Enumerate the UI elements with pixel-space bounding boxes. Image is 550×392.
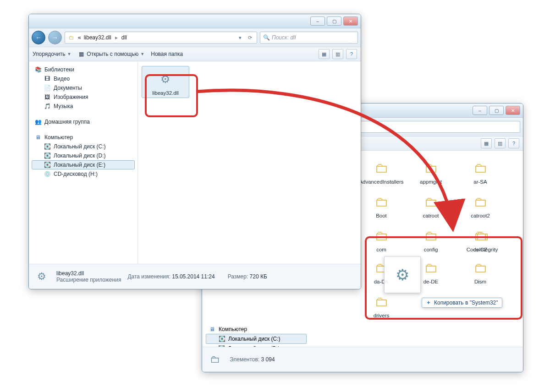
navigation-pane: 📚 Библиотеки 🎞Видео 📄Документы 🖼Изображе… [29, 61, 138, 264]
details-size-label: Размер: [228, 273, 248, 280]
count-label: Элементов: [230, 356, 259, 363]
dll-icon: ⚙︎ [33, 268, 50, 285]
status-bar: 🗀 Элементов: 3 094 [202, 347, 523, 372]
sidebar-homegroup[interactable]: 👥 Домашняя группа [32, 117, 135, 126]
folder-label: drivers [374, 313, 390, 318]
close-button[interactable]: ✕ [343, 16, 358, 26]
folder-label: appmgmt [420, 179, 442, 185]
refresh-icon[interactable]: ⟳ [246, 35, 254, 41]
folder-item[interactable]: 🗀com [358, 223, 405, 254]
folder-icon: 🗀 [207, 351, 223, 368]
search-placeholder: Поиск: dll [272, 34, 296, 41]
folder-icon: 🗀 [420, 191, 442, 213]
sidebar-item-label: Видео [54, 76, 70, 82]
folder-item[interactable]: 🗀AdvancedInstallers [358, 155, 405, 186]
help-button[interactable]: ? [346, 49, 357, 59]
minimize-button[interactable]: – [473, 106, 487, 115]
folder-icon: 🗀 [370, 191, 392, 213]
nav-forward-button[interactable]: → [48, 31, 62, 44]
open-with-button[interactable]: ▦ Открыть с помощью ▼ [77, 50, 144, 58]
preview-pane-button[interactable]: ▥ [495, 138, 506, 148]
sidebar-computer[interactable]: Компьютер [219, 326, 247, 332]
folder-item[interactable]: 🗀config [407, 223, 454, 254]
video-icon: 🎞 [44, 75, 51, 82]
dll-icon: ⚙︎ [154, 68, 176, 90]
folder-view[interactable]: ⚙︎ libeay32.dll [138, 61, 361, 264]
sidebar-item-disk-e[interactable]: 💽Локальный диск (E:) [32, 160, 135, 169]
sidebar-item-disk-d[interactable]: Локальный диск (D:) [228, 345, 280, 347]
drive-icon: 💽 [44, 152, 51, 159]
plus-icon: + [426, 300, 431, 305]
sidebar-item-label: Музыка [54, 103, 73, 109]
minimize-button[interactable]: – [310, 16, 325, 26]
folder-icon: 🗀 [420, 257, 442, 279]
sidebar-item-label: Компьютер [44, 134, 73, 141]
sidebar-item-video[interactable]: 🎞Видео [32, 74, 135, 83]
folder-item[interactable]: 🗀CodeIntegrity [459, 223, 506, 254]
organize-button[interactable]: Упорядочить ▼ [33, 51, 71, 57]
drive-icon: 💽 [218, 335, 226, 343]
chevron-down-icon[interactable]: ▾ [237, 35, 243, 41]
count-value: 3 094 [261, 356, 275, 363]
search-input[interactable]: 🔍 Поиск: dll [260, 32, 358, 44]
file-item-dll[interactable]: ⚙︎ libeay32.dll [142, 66, 189, 98]
folder-label: AdvancedInstallers [359, 179, 403, 185]
view-thumbnails-button[interactable]: ▦ [481, 138, 492, 148]
nav-back-button[interactable]: ← [32, 31, 45, 44]
music-icon: 🎵 [44, 103, 51, 110]
folder-label: de-DE [424, 279, 439, 284]
folder-label: Boot [376, 213, 387, 218]
breadcrumb-seg[interactable]: dll [121, 34, 127, 41]
folder-item[interactable]: 🗀drivers [358, 289, 405, 320]
maximize-button[interactable]: ▢ [489, 106, 504, 115]
folder-icon: 🗀 [68, 34, 75, 41]
sidebar-item-label: Локальный диск (E:) [54, 162, 105, 168]
folder-item[interactable]: 🗀ar-SA [457, 155, 504, 186]
folder-icon: 🗀 [420, 225, 442, 247]
maximize-button[interactable]: ▢ [327, 16, 341, 26]
drag-ghost: ⚙︎ [384, 256, 421, 293]
sidebar-item-pictures[interactable]: 🖼Изображения [32, 93, 135, 102]
folder-item[interactable]: 🗀appmgmt [407, 155, 454, 186]
breadcrumb-seg[interactable]: libeay32.dll [84, 34, 111, 41]
folder-item[interactable]: 🗀catroot2 [457, 189, 504, 220]
details-filename: libeay32.dll [56, 270, 121, 277]
details-date-value: 15.05.2014 11:24 [172, 273, 214, 280]
details-size-value: 720 КБ [250, 273, 267, 280]
open-with-label: Открыть с помощью [87, 51, 138, 57]
close-button[interactable]: ✕ [506, 106, 520, 115]
details-filetype: Расширение приложения [56, 277, 121, 283]
sidebar-item-cd-h[interactable]: 💿CD-дисковод (H:) [32, 169, 135, 179]
sidebar-item-disk-c[interactable]: 💽Локальный диск (C:) [32, 142, 135, 151]
sidebar-item-label: Документы [54, 85, 82, 91]
sidebar-item-label: Домашняя группа [44, 119, 90, 125]
folder-item[interactable]: 🗀catroot [407, 189, 454, 220]
pictures-icon: 🖼 [44, 93, 51, 101]
address-bar: ← → 🗀 « libeay32.dll ▸ dll ▾ ⟳ 🔍 Поиск: … [29, 28, 361, 47]
help-button[interactable]: ? [508, 138, 519, 148]
folder-label: ar-SA [473, 179, 487, 185]
folder-item[interactable]: 🗀Boot [358, 189, 405, 220]
new-folder-button[interactable]: Новая папка [151, 51, 183, 57]
sidebar-libraries[interactable]: 📚 Библиотеки [32, 65, 135, 74]
search-icon: 🔍 [263, 34, 270, 41]
sidebar-item-disk-d[interactable]: 💽Локальный диск (D:) [32, 151, 135, 160]
sidebar-item-disk-c[interactable]: Локальный диск (C:) [228, 336, 280, 342]
cd-icon: 💿 [44, 170, 51, 178]
breadcrumb[interactable]: 🗀 « libeay32.dll ▸ dll ▾ ⟳ [65, 32, 257, 44]
folder-icon: 🗀 [370, 291, 392, 313]
sidebar-computer[interactable]: 🖥 Компьютер [32, 133, 135, 142]
details-pane: ⚙︎ libeay32.dll Расширение приложения Да… [29, 264, 361, 289]
view-thumbnails-button[interactable]: ▦ [319, 49, 330, 59]
copy-tooltip-text: Копировать в "System32" [434, 299, 498, 306]
sidebar-item-music[interactable]: 🎵Музыка [32, 102, 135, 111]
app-icon: ▦ [77, 50, 85, 58]
breadcrumb-prefix: « [78, 34, 81, 41]
folder-item[interactable]: 🗀Dism [457, 255, 504, 286]
sidebar-item-label: CD-дисковод (H:) [54, 171, 98, 177]
folder-icon: 🗀 [469, 257, 491, 279]
preview-pane-button[interactable]: ▥ [332, 49, 343, 59]
documents-icon: 📄 [44, 84, 51, 92]
sidebar-item-documents[interactable]: 📄Документы [32, 83, 135, 93]
folder-icon: 🗀 [370, 225, 392, 247]
